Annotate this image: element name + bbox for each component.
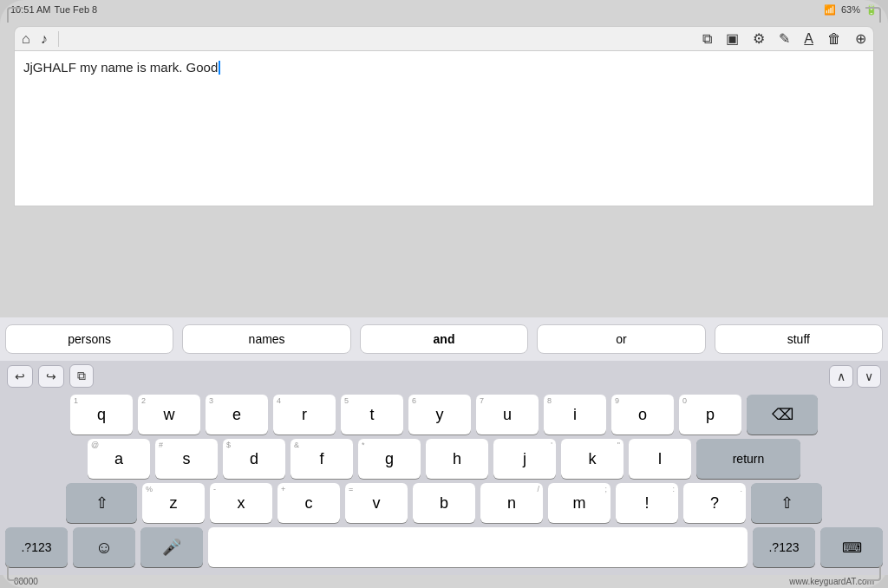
controls-right: ∧ ∨ bbox=[829, 365, 881, 388]
corner-bl bbox=[7, 565, 23, 581]
status-date: Tue Feb 8 bbox=[54, 4, 97, 15]
space-key[interactable] bbox=[208, 527, 748, 567]
suggestion-names[interactable]: names bbox=[182, 324, 350, 354]
numeric-key[interactable]: .?123 bbox=[5, 527, 68, 567]
edit-icon[interactable]: ✎ bbox=[779, 30, 790, 47]
key-b[interactable]: b bbox=[413, 483, 475, 523]
redo-button[interactable]: ↪ bbox=[38, 365, 64, 388]
add-icon[interactable]: ⊕ bbox=[855, 30, 866, 47]
footer-right: www.keyguardAT.com bbox=[789, 577, 874, 586]
key-z[interactable]: %z bbox=[142, 483, 205, 523]
main-content: ⌂ ♪ ⧉ ▣ ⚙ ✎ A 🗑 ⊕ JjGHALF my name is mar… bbox=[0, 19, 888, 317]
keyboard-controls: ↩ ↪ ⧉ ∧ ∨ bbox=[0, 361, 888, 391]
key-p[interactable]: 0p bbox=[679, 395, 741, 434]
key-f[interactable]: &f bbox=[291, 439, 353, 479]
text-content: JjGHALF my name is mark. Good bbox=[23, 60, 218, 75]
toolbar-left: ⌂ ♪ bbox=[22, 31, 59, 47]
key-g[interactable]: *g bbox=[358, 439, 421, 479]
return-key[interactable]: return bbox=[696, 439, 800, 479]
keyboard-hide-key[interactable]: ⌨ bbox=[820, 527, 883, 567]
controls-left: ↩ ↪ ⧉ bbox=[7, 364, 94, 388]
key-v[interactable]: =v bbox=[345, 483, 408, 523]
key-exclaim[interactable]: :! bbox=[616, 483, 678, 523]
shift-key-right[interactable]: ⇧ bbox=[751, 483, 822, 523]
key-w[interactable]: 2w bbox=[138, 395, 200, 434]
key-l[interactable]: l bbox=[629, 439, 691, 479]
keyboard: 1q 2w 3e 4r 5t 6y 7u 8i 9o 0p ⌫ @a #s $d… bbox=[0, 391, 888, 575]
delete-icon[interactable]: 🗑 bbox=[827, 31, 841, 47]
status-bar: 10:51 AM Tue Feb 8 📶 63% 🔋 bbox=[0, 0, 888, 19]
key-a[interactable]: @a bbox=[88, 439, 150, 479]
key-e[interactable]: 3e bbox=[206, 395, 268, 434]
suggestions-bar: persons names and or stuff bbox=[0, 317, 888, 361]
mic-key[interactable]: 🎤 bbox=[140, 527, 203, 567]
key-row-1: 1q 2w 3e 4r 5t 6y 7u 8i 9o 0p ⌫ bbox=[5, 395, 883, 434]
suggestion-and[interactable]: and bbox=[360, 324, 528, 354]
key-n[interactable]: /n bbox=[480, 483, 543, 523]
key-i[interactable]: 8i bbox=[544, 395, 606, 434]
key-x[interactable]: -x bbox=[210, 483, 272, 523]
key-s[interactable]: #s bbox=[155, 439, 218, 479]
corner-br bbox=[865, 565, 881, 581]
key-k[interactable]: "k bbox=[561, 439, 624, 479]
key-o[interactable]: 9o bbox=[611, 395, 674, 434]
key-q[interactable]: 1q bbox=[70, 395, 133, 434]
key-r[interactable]: 4r bbox=[273, 395, 336, 434]
font-icon[interactable]: A bbox=[804, 31, 813, 47]
key-m[interactable]: ;m bbox=[548, 483, 610, 523]
cursor bbox=[219, 61, 220, 75]
shift-key-left[interactable]: ⇧ bbox=[66, 483, 137, 523]
corner-tr bbox=[865, 7, 881, 23]
layout-icon[interactable]: ▣ bbox=[726, 30, 739, 47]
key-y[interactable]: 6y bbox=[408, 395, 471, 434]
undo-button[interactable]: ↩ bbox=[7, 365, 33, 388]
device-frame: 10:51 AM Tue Feb 8 📶 63% 🔋 ⌂ ♪ ⧉ ▣ ⚙ ✎ A… bbox=[0, 0, 888, 588]
cursor-up-button[interactable]: ∧ bbox=[829, 365, 853, 388]
key-d[interactable]: $d bbox=[223, 439, 285, 479]
home-icon[interactable]: ⌂ bbox=[22, 31, 30, 47]
key-h[interactable]: h bbox=[426, 439, 488, 479]
corner-tl bbox=[7, 7, 23, 23]
suggestion-or[interactable]: or bbox=[537, 324, 705, 354]
volume-icon[interactable]: ♪ bbox=[41, 31, 48, 47]
emoji-key[interactable]: ☺ bbox=[73, 527, 135, 567]
backspace-key[interactable]: ⌫ bbox=[747, 395, 818, 434]
paste-button[interactable]: ⧉ bbox=[69, 364, 94, 388]
suggestion-stuff[interactable]: stuff bbox=[715, 324, 883, 354]
status-left: 10:51 AM Tue Feb 8 bbox=[10, 4, 97, 15]
toolbar-right: ⧉ ▣ ⚙ ✎ A 🗑 ⊕ bbox=[702, 30, 866, 47]
wifi-icon: 📶 bbox=[824, 4, 836, 16]
key-row-2: @a #s $d &f *g h 'j "k l return bbox=[5, 439, 883, 479]
device-footer: 00000 www.keyguardAT.com bbox=[0, 575, 888, 588]
battery-level: 63% bbox=[841, 4, 860, 15]
key-u[interactable]: 7u bbox=[476, 395, 539, 434]
key-question[interactable]: .? bbox=[683, 483, 746, 523]
cursor-down-button[interactable]: ∨ bbox=[857, 365, 881, 388]
text-area[interactable]: JjGHALF my name is mark. Good bbox=[14, 50, 874, 206]
app-toolbar: ⌂ ♪ ⧉ ▣ ⚙ ✎ A 🗑 ⊕ bbox=[14, 26, 874, 50]
key-row-bottom: .?123 ☺ 🎤 .?123 ⌨ bbox=[5, 527, 883, 567]
suggestion-persons[interactable]: persons bbox=[5, 324, 173, 354]
settings-icon[interactable]: ⚙ bbox=[753, 30, 765, 47]
key-t[interactable]: 5t bbox=[341, 395, 403, 434]
key-j[interactable]: 'j bbox=[493, 439, 556, 479]
key-c[interactable]: +c bbox=[278, 483, 340, 523]
numeric-key-right[interactable]: .?123 bbox=[753, 527, 815, 567]
key-row-3: ⇧ %z -x +c =v b /n ;m :! .? ⇧ bbox=[5, 483, 883, 523]
copy-icon[interactable]: ⧉ bbox=[702, 31, 712, 47]
